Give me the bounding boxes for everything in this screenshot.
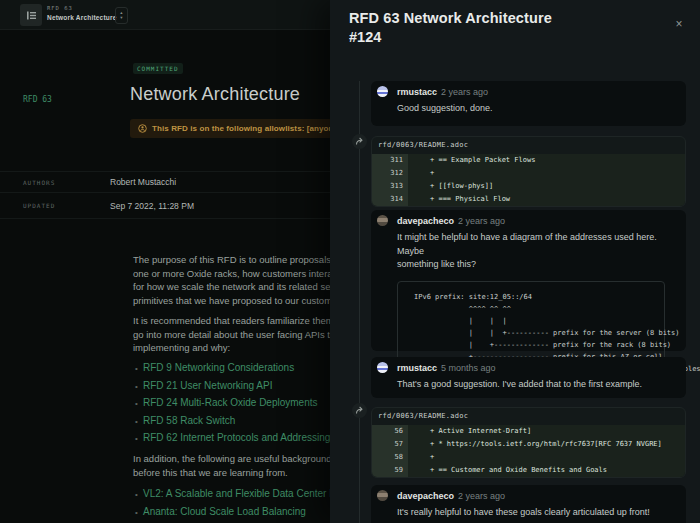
comment-author[interactable]: davepacheco: [397, 491, 454, 501]
user-icon: [138, 124, 147, 133]
thread-marker: [352, 403, 367, 418]
updated-label: UPDATED: [0, 202, 110, 209]
link-ananta[interactable]: Ananta: Cloud Scale Load Balancing: [143, 506, 306, 517]
comment-author[interactable]: rmustacc: [397, 363, 437, 373]
line-number: 313: [372, 180, 408, 193]
updated-value: Sep 7 2022, 11:28 PM: [110, 201, 194, 211]
close-icon[interactable]: ×: [672, 17, 686, 31]
rfd-version-stepper[interactable]: ▴ ▾: [115, 7, 128, 24]
diff-row: 311+ == Example Packet Flows: [372, 154, 685, 167]
authors-value: Robert Mustacchi: [110, 177, 176, 187]
comment-author[interactable]: rmustacc: [397, 87, 437, 97]
bullet-dot: •: [133, 417, 143, 426]
diff-card: rfd/0063/README.adoc 311+ == Example Pac…: [371, 136, 686, 207]
diff-line: +: [408, 451, 685, 464]
link-rfd-62[interactable]: RFD 62 Internet Protocols and Addressing: [143, 432, 330, 443]
rfd-number-label: RFD 63: [23, 95, 52, 104]
comment-body: Good suggestion, done.: [397, 102, 680, 116]
comment-card: rmustacc 2 years ago Good suggestion, do…: [371, 81, 686, 126]
diff-row: 313+ [[flow-phys]]: [372, 180, 685, 193]
comment-body: That's a good suggestion. I've added tha…: [397, 378, 680, 392]
list-item: •RFD 62 Internet Protocols and Addressin…: [133, 432, 330, 450]
avatar[interactable]: [377, 362, 388, 373]
comment-card: davepacheco 2 years ago It's really help…: [371, 485, 686, 523]
diff-filename: rfd/0063/README.adoc: [372, 408, 685, 425]
comment-timestamp: 2 years ago: [441, 87, 488, 97]
comment-header: rmustacc 2 years ago: [377, 86, 680, 97]
diff-line: + == Customer and Oxide Benefits and Goa…: [408, 464, 685, 477]
thread-marker: [352, 134, 367, 149]
bullet-dot: •: [133, 490, 143, 499]
diff-line: + Active Internet-Draft]: [408, 425, 685, 438]
allowlist-banner-text: This RFD is on the following allowlists:…: [152, 124, 341, 133]
rfd-logo-button[interactable]: [20, 4, 42, 26]
comment-header: rmustacc 5 months ago: [377, 362, 680, 373]
list-item: •RFD 58 Rack Switch: [133, 415, 330, 433]
comment-card: davepacheco 2 years ago It might be help…: [371, 210, 686, 351]
diff-filename: rfd/0063/README.adoc: [372, 137, 685, 154]
app-window: RFD 63 Network Architecture ▴ ▾ COMMITTE…: [0, 0, 700, 523]
comment-header: davepacheco 2 years ago: [377, 490, 680, 501]
rfd-reference-list: •RFD 9 Networking Considerations •RFD 21…: [133, 362, 330, 450]
bullet-dot: •: [133, 364, 143, 373]
comment-timestamp: 2 years ago: [458, 491, 505, 501]
diff-line: + [[flow-phys]]: [408, 180, 685, 193]
line-number: 311: [372, 154, 408, 167]
link-rfd-9[interactable]: RFD 9 Networking Considerations: [143, 362, 294, 373]
comment-timestamp: 5 months ago: [441, 363, 496, 373]
discussion-panel: RFD 63 Network Architecture #124 × rmust…: [330, 0, 700, 523]
status-badge: COMMITTED: [133, 63, 183, 74]
diff-card: rfd/0063/README.adoc 56+ Active Internet…: [371, 407, 686, 478]
diff-line: +: [408, 167, 685, 180]
avatar[interactable]: [377, 490, 388, 501]
bullet-dot: •: [133, 508, 143, 517]
diff-line: + == Example Packet Flows: [408, 154, 685, 167]
reply-icon: [355, 137, 364, 146]
link-rfd-24[interactable]: RFD 24 Multi-Rack Oxide Deployments: [143, 397, 318, 408]
diff-row: 57+ * https://tools.ietf.org/html/rfc763…: [372, 438, 685, 451]
diff-row: 312+: [372, 167, 685, 180]
page-title: Network Architecture: [130, 84, 300, 105]
bullet-dot: •: [133, 382, 143, 391]
line-number: 57: [372, 438, 408, 451]
avatar[interactable]: [377, 215, 388, 226]
comment-author[interactable]: davepacheco: [397, 216, 454, 226]
authors-label: AUTHORS: [0, 179, 110, 186]
comment-timestamp: 2 years ago: [458, 216, 505, 226]
diff-line: + === Physical Flow: [408, 193, 685, 206]
line-number: 312: [372, 167, 408, 180]
list-item: •RFD 21 User Networking API: [133, 380, 330, 398]
comment-card: rmustacc 5 months ago That's a good sugg…: [371, 357, 686, 398]
diff-row: 56+ Active Internet-Draft]: [372, 425, 685, 438]
line-number: 56: [372, 425, 408, 438]
bullet-dot: •: [133, 399, 143, 408]
line-number: 58: [372, 451, 408, 464]
metadata-table: AUTHORS Robert Mustacchi UPDATED Sep 7 2…: [0, 171, 330, 219]
link-rfd-58[interactable]: RFD 58 Rack Switch: [143, 415, 235, 426]
topbar-rfd-number: RFD 63: [47, 5, 73, 11]
rfd-logo-icon: [26, 10, 37, 21]
panel-title: RFD 63 Network Architecture: [349, 10, 552, 26]
line-number: 59: [372, 464, 408, 477]
line-number: 314: [372, 193, 408, 206]
diff-row: 314+ === Physical Flow: [372, 193, 685, 206]
diff-row: 58+: [372, 451, 685, 464]
chevron-down-icon: ▾: [120, 16, 122, 21]
list-item: •RFD 24 Multi-Rack Oxide Deployments: [133, 397, 330, 415]
pull-request-number: #124: [349, 29, 381, 45]
comment-body: It might be helpful to have a diagram of…: [397, 231, 680, 272]
avatar[interactable]: [377, 86, 388, 97]
link-rfd-21[interactable]: RFD 21 User Networking API: [143, 380, 273, 391]
diff-line: + * https://tools.ietf.org/html/rfc7637[…: [408, 438, 685, 451]
diff-row: 59+ == Customer and Oxide Benefits and G…: [372, 464, 685, 477]
table-row: UPDATED Sep 7 2022, 11:28 PM: [0, 192, 330, 219]
list-item: •RFD 9 Networking Considerations: [133, 362, 330, 380]
comment-body: It's really helpful to have these goals …: [397, 506, 680, 520]
topbar-rfd-title: Network Architecture: [47, 14, 117, 21]
table-row: AUTHORS Robert Mustacchi: [0, 171, 330, 192]
reply-icon: [355, 406, 364, 415]
comment-header: davepacheco 2 years ago: [377, 215, 680, 226]
bullet-dot: •: [133, 434, 143, 443]
